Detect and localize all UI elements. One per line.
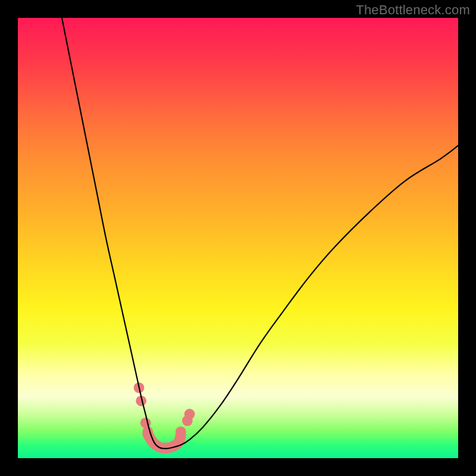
pink-dot xyxy=(176,427,186,437)
watermark-text: TheBottleneck.com xyxy=(356,2,470,18)
plot-area xyxy=(18,18,458,458)
trough-band xyxy=(148,434,180,448)
bottleneck-curve xyxy=(62,18,458,449)
pink-dot xyxy=(184,409,195,419)
pink-trough-path xyxy=(148,434,180,448)
marker-dots xyxy=(134,383,195,437)
chart-frame: TheBottleneck.com xyxy=(0,0,476,476)
chart-svg xyxy=(18,18,458,458)
pink-dot xyxy=(140,418,151,428)
